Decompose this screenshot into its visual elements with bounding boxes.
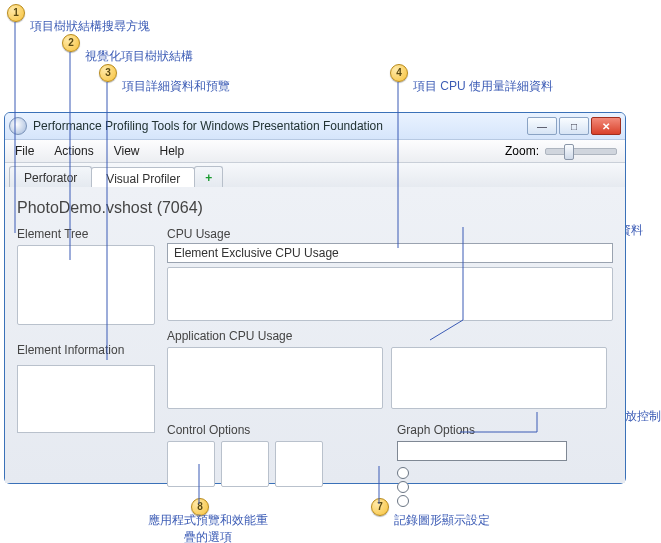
app-window: Performance Profiling Tools for Windows … — [4, 112, 626, 484]
callout-label-3: 項目詳細資料和預覽 — [122, 78, 230, 95]
element-exclusive-cpu-header[interactable]: Element Exclusive CPU Usage — [167, 243, 613, 263]
app-cpu-graph-panel — [391, 347, 607, 409]
tab-perforator[interactable]: Perforator — [9, 166, 92, 189]
graph-radio-2[interactable] — [397, 481, 409, 493]
zoom-thumb[interactable] — [564, 144, 574, 160]
app-cpu-label: Application CPU Usage — [167, 329, 613, 343]
graph-radio-1[interactable] — [397, 467, 409, 479]
app-icon — [9, 117, 27, 135]
element-tree-panel[interactable] — [17, 245, 155, 325]
menubar: File Actions View Help Zoom: — [5, 140, 625, 163]
tabstrip: Perforator Visual Profiler + — [5, 163, 625, 190]
callout-badge-3: 3 — [99, 64, 117, 82]
process-title: PhotoDemo.vshost (7064) — [17, 199, 613, 217]
element-info-label: Element Information — [17, 343, 155, 357]
menu-file[interactable]: File — [5, 140, 44, 162]
callout-label-1: 項目樹狀結構搜尋方塊 — [30, 18, 150, 35]
close-button[interactable]: ✕ — [591, 117, 621, 135]
control-options-label: Control Options — [167, 423, 377, 437]
callout-label-7: 記錄圖形顯示設定 — [394, 512, 490, 529]
zoom-slider[interactable] — [545, 148, 617, 155]
cpu-usage-label: CPU Usage — [167, 227, 613, 241]
maximize-button[interactable]: □ — [559, 117, 589, 135]
titlebar[interactable]: Performance Profiling Tools for Windows … — [5, 113, 625, 140]
callout-badge-2: 2 — [62, 34, 80, 52]
callout-label-2: 視覺化項目樹狀結構 — [85, 48, 193, 65]
app-cpu-legend-panel — [167, 347, 383, 409]
menu-view[interactable]: View — [104, 140, 150, 162]
callout-label-8: 應用程式預覽和效能重疊的選項 — [143, 512, 273, 543]
element-tree-label: Element Tree — [17, 227, 155, 241]
graph-radio-3[interactable] — [397, 495, 409, 507]
content-area: PhotoDemo.vshost (7064) Element Tree Ele… — [5, 187, 625, 483]
tab-add[interactable]: + — [194, 166, 223, 189]
control-option-3[interactable] — [275, 441, 323, 487]
callout-label-4: 項目 CPU 使用量詳細資料 — [413, 78, 553, 95]
control-option-2[interactable] — [221, 441, 269, 487]
graph-options-input[interactable] — [397, 441, 567, 461]
menu-help[interactable]: Help — [150, 140, 195, 162]
minimize-button[interactable]: — — [527, 117, 557, 135]
menu-actions[interactable]: Actions — [44, 140, 103, 162]
zoom-label: Zoom: — [505, 144, 539, 158]
graph-options-label: Graph Options — [397, 423, 613, 437]
control-option-1[interactable] — [167, 441, 215, 487]
callout-badge-4: 4 — [390, 64, 408, 82]
element-exclusive-cpu-graph — [167, 267, 613, 321]
window-title: Performance Profiling Tools for Windows … — [33, 119, 527, 133]
callout-badge-1: 1 — [7, 4, 25, 22]
graph-options-radios — [397, 467, 613, 507]
element-info-panel — [17, 365, 155, 433]
